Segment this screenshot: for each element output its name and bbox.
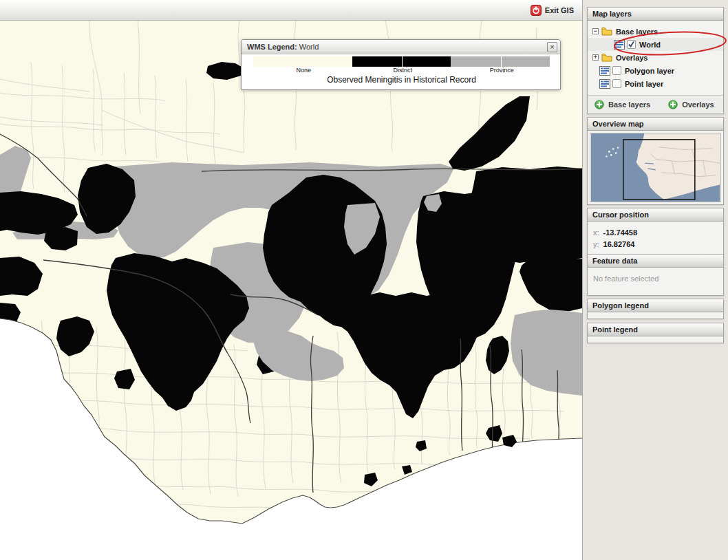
expand-icon[interactable]: + [592, 54, 599, 61]
feature-data-empty-text: No feature selected [588, 268, 723, 295]
toolbar: Exit GIS [0, 0, 582, 21]
exit-gis-button[interactable]: Exit GIS [531, 4, 574, 17]
cursor-position-body: x: -13.74458 y: 16.82764 [588, 222, 723, 255]
cursor-position-panel: Cursor position x: -13.74458 y: 16.82764 [587, 208, 724, 255]
folder-open-icon [601, 27, 612, 36]
tree-node-base-layers[interactable]: − Base layers [588, 25, 723, 38]
map-canvas[interactable] [0, 21, 582, 560]
add-icon [595, 100, 604, 109]
add-base-layers-button[interactable]: Base layers [595, 100, 650, 109]
close-icon[interactable]: × [547, 42, 557, 52]
legend-swatch-province [451, 56, 550, 67]
legend-swatch-none [253, 56, 352, 67]
legend-label-district: District [393, 67, 412, 74]
legend-caption: Observed Meningitis in Historical Record [253, 75, 550, 85]
point-layer-checkbox-unchecked[interactable] [612, 79, 621, 88]
wms-legend-dialog: WMS Legend: World × None District Provin… [241, 39, 561, 90]
legend-tick [501, 56, 502, 67]
legend-label-province: Province [490, 67, 514, 74]
wms-legend-content: None District Province Observed Meningit… [242, 54, 560, 89]
checkmark-icon [628, 41, 635, 48]
map-layers-panel-header: Map layers [588, 8, 723, 21]
point-legend-panel-header: Point legend [588, 323, 723, 336]
layer-style-icon[interactable] [614, 40, 625, 50]
tree-label-overlays[interactable]: Overlays [616, 54, 647, 62]
layer-style-icon[interactable] [599, 66, 610, 76]
dialog-title-prefix: WMS Legend: [247, 43, 297, 51]
legend-color-ramp [253, 56, 550, 67]
collapse-icon[interactable]: − [592, 28, 599, 34]
gis-application-window: WMS Legend: World × None District Provin… [0, 0, 728, 560]
tree-label-base-layers[interactable]: Base layers [616, 28, 658, 36]
add-layer-buttons: Base layers Overlays [588, 95, 723, 114]
map-layers-panel: Map layers − Base layers [587, 7, 724, 114]
overview-map-panel: Overview map [587, 117, 724, 205]
legend-class-labels: None District Province [253, 67, 550, 74]
tree-label-polygon-layer[interactable]: Polygon layer [625, 67, 674, 75]
feature-data-panel-header: Feature data [588, 255, 723, 268]
cursor-x-label: x: [593, 227, 599, 239]
add-overlays-label: Overlays [682, 100, 714, 109]
world-layer-checkbox-checked[interactable] [627, 40, 636, 49]
sidebar: Map layers − Base layers [582, 0, 728, 560]
power-icon [531, 5, 542, 16]
exit-gis-label: Exit GIS [545, 6, 574, 14]
layer-style-icon[interactable] [599, 79, 610, 89]
tree-node-polygon-layer[interactable]: Polygon layer [588, 64, 723, 77]
dialog-title-layer-name: World [299, 43, 319, 51]
folder-closed-icon [601, 53, 612, 62]
overview-map-panel-header: Overview map [588, 118, 723, 131]
wms-legend-dialog-titlebar[interactable]: WMS Legend: World × [242, 40, 560, 54]
polygon-legend-body [588, 312, 723, 319]
add-overlays-button[interactable]: Overlays [668, 100, 714, 109]
cursor-y-value: 16.82764 [603, 239, 635, 250]
feature-data-panel: Feature data No feature selected [587, 254, 724, 296]
polygon-legend-panel: Polygon legend [587, 299, 724, 319]
legend-label-none: None [297, 67, 312, 74]
map-viewport[interactable] [0, 21, 582, 560]
cursor-x-value: -13.74458 [603, 227, 638, 239]
legend-tick [402, 56, 403, 67]
overview-map[interactable] [590, 133, 721, 202]
cursor-position-panel-header: Cursor position [588, 208, 723, 222]
tree-node-world[interactable]: World [588, 38, 723, 51]
add-icon [668, 100, 678, 109]
polygon-layer-checkbox-unchecked[interactable] [612, 66, 621, 75]
tree-label-point-layer[interactable]: Point layer [625, 80, 663, 88]
tree-label-world[interactable]: World [639, 41, 661, 49]
layer-tree: − Base layers [588, 21, 723, 95]
tree-node-point-layer[interactable]: Point layer [588, 77, 723, 90]
point-legend-panel: Point legend [587, 323, 724, 343]
polygon-legend-panel-header: Polygon legend [588, 299, 723, 312]
point-legend-body [588, 336, 723, 343]
tree-node-overlays[interactable]: + Overlays [588, 51, 723, 64]
cursor-y-label: y: [593, 239, 599, 250]
add-base-layers-label: Base layers [608, 100, 650, 109]
